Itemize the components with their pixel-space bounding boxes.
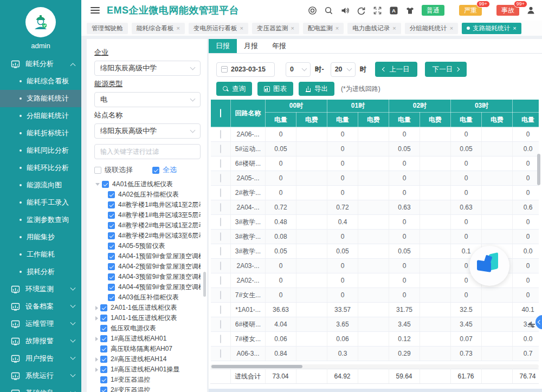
sidebar-subitem-0-11[interactable]: 损耗分析 <box>0 263 81 280</box>
tree-node-3[interactable]: 4#教学楼1#电井区域3至5层动力仪表 <box>94 210 201 220</box>
window-tab-1[interactable]: 能耗综合看板× <box>132 23 185 34</box>
sidebar-subitem-0-0[interactable]: 能耗综合看板 <box>0 73 81 90</box>
tree-node-11[interactable]: 4A03低压补偿柜仪表 <box>94 292 201 303</box>
row-checkbox[interactable] <box>220 203 221 212</box>
tree-caret-icon[interactable] <box>95 368 98 372</box>
tree-node-15[interactable]: 1#高压进线柜AH01 <box>94 334 201 344</box>
tree-caret-icon[interactable] <box>95 316 98 321</box>
sidebar-subitem-0-5[interactable]: 能耗环比分析 <box>0 159 81 177</box>
tree-checkbox[interactable] <box>108 212 115 219</box>
tree-node-14[interactable]: 低压双电源仪表 <box>94 323 201 334</box>
row-checkbox[interactable] <box>220 349 221 358</box>
tree-node-7[interactable]: 4A04-1预留9#食堂屋顶空调机组仪表 <box>94 251 201 262</box>
tree-node-6[interactable]: 4A05-5预留仪表 <box>94 241 201 251</box>
tree-node-2[interactable]: 4#教学楼1#电井区域1至2层动力仪表 <box>94 200 201 210</box>
row-checkbox[interactable] <box>220 262 221 270</box>
tree-caret-icon[interactable] <box>95 306 98 310</box>
tree-node-10[interactable]: 4A04-4预留9#食堂屋顶空调机组仪表 <box>94 282 201 292</box>
tree-checkbox[interactable] <box>100 366 107 373</box>
sidebar-subitem-0-8[interactable]: 监测参数查询 <box>0 211 81 228</box>
close-icon[interactable]: × <box>513 23 516 34</box>
close-icon[interactable]: × <box>240 23 243 34</box>
tree-node-19[interactable]: 1#变压器温控 <box>94 375 201 385</box>
hour-from-select[interactable]: 0 <box>286 62 311 77</box>
tree-node-13[interactable]: 1A01-1低压进线柜仪表 <box>94 313 201 323</box>
row-checkbox[interactable] <box>220 247 221 256</box>
tree-node-5[interactable]: 4#教学楼2#电井区域3至6层动力仪表 <box>94 231 201 241</box>
sidebar-item-1[interactable]: 环境监测 <box>0 280 81 298</box>
sidebar-subitem-0-4[interactable]: 能耗同比分析 <box>0 142 81 159</box>
close-icon[interactable]: × <box>450 23 453 34</box>
tree-node-20[interactable]: 2#变压器温控 <box>94 385 201 392</box>
tree-checkbox[interactable] <box>108 222 115 229</box>
tree-checkbox[interactable] <box>100 345 107 352</box>
tree-checkbox[interactable] <box>108 253 115 260</box>
tree-checkbox[interactable] <box>100 335 107 342</box>
row-checkbox[interactable] <box>220 159 221 168</box>
row-checkbox[interactable] <box>220 335 221 343</box>
tree-node-16[interactable]: 高压联络隔离柜AH07 <box>94 344 201 354</box>
tree-node-1[interactable]: 4A02低压补偿柜仪表 <box>94 190 201 200</box>
tree-node-0[interactable]: 4A01低压进线柜仪表 <box>94 179 201 190</box>
query-button[interactable]: 查询 <box>216 82 252 96</box>
sidebar-subitem-0-1[interactable]: 支路能耗统计 <box>0 90 81 107</box>
alarm-badge-accident[interactable]: 事故99+ <box>496 5 519 16</box>
sidebar-subitem-0-6[interactable]: 能源流向图 <box>0 177 81 194</box>
keyword-filter-input[interactable] <box>94 144 201 159</box>
window-tab-0[interactable]: 管理驾驶舱 <box>87 23 128 34</box>
tree-checkbox[interactable] <box>108 294 115 301</box>
tree-checkbox[interactable] <box>108 263 115 270</box>
close-icon[interactable]: × <box>392 23 396 34</box>
tree-node-9[interactable]: 4A04-3预留9#食堂屋顶空调机组仪表 <box>94 272 201 282</box>
row-checkbox[interactable] <box>220 305 221 314</box>
tree-checkbox[interactable] <box>100 387 107 392</box>
alarm-badge-normal[interactable]: 普通 <box>422 5 444 16</box>
volume-icon[interactable] <box>340 6 350 15</box>
tshirt-icon[interactable] <box>405 6 415 15</box>
cascade-checkbox[interactable] <box>94 167 101 174</box>
sidebar-subitem-0-9[interactable]: 用能集抄 <box>0 228 81 246</box>
tree-caret-icon[interactable] <box>95 183 100 186</box>
close-icon[interactable]: × <box>335 23 339 34</box>
tree-checkbox[interactable] <box>100 356 107 363</box>
sidebar-item-4[interactable]: 故障报警 <box>0 332 81 350</box>
tree-node-12[interactable]: 2A01-1低压进线柜仪表 <box>94 303 201 313</box>
close-icon[interactable]: × <box>291 23 294 34</box>
sidebar-item-5[interactable]: 用户报告 <box>0 350 81 367</box>
energy-type-select[interactable]: 电 <box>94 92 201 107</box>
search-icon[interactable] <box>324 6 333 15</box>
avatar[interactable] <box>25 7 56 37</box>
next-day-button[interactable]: 下一日 <box>425 62 467 77</box>
date-picker[interactable]: 2023-03-15 <box>216 62 275 77</box>
hour-to-select[interactable]: 20 <box>331 62 356 77</box>
header-checkbox[interactable] <box>220 109 221 117</box>
row-checkbox[interactable] <box>220 232 221 241</box>
alarm-badge-severe[interactable]: 严重99+ <box>459 5 482 16</box>
window-tab-5[interactable]: 电力曲线记录× <box>347 23 401 34</box>
sidebar-subitem-0-2[interactable]: 分组能耗统计 <box>0 107 81 125</box>
export-button[interactable]: 导出 <box>299 82 334 96</box>
refresh-icon[interactable] <box>357 6 366 15</box>
filter-scrollbar[interactable] <box>203 272 206 297</box>
tree-node-8[interactable]: 4A04-2预留9#食堂屋顶空调机组仪表 <box>94 262 201 272</box>
row-checkbox[interactable] <box>220 174 221 182</box>
chart-button[interactable]: 图表 <box>257 82 293 96</box>
report-tab-1[interactable]: 月报 <box>237 39 265 53</box>
tree-checkbox[interactable] <box>102 181 109 188</box>
tree-checkbox[interactable] <box>100 304 107 311</box>
row-checkbox[interactable] <box>220 145 221 153</box>
sidebar-subitem-0-3[interactable]: 能耗折标统计 <box>0 125 81 142</box>
report-tab-0[interactable]: 日报 <box>209 39 237 53</box>
collapse-menu-icon[interactable] <box>91 5 100 15</box>
column-adjust-icon[interactable] <box>528 322 535 329</box>
todesk-floating-logo[interactable] <box>469 246 509 286</box>
close-icon[interactable]: × <box>177 23 180 34</box>
horizontal-scrollbar[interactable] <box>210 364 539 369</box>
tree-checkbox[interactable] <box>108 232 115 239</box>
tree-checkbox[interactable] <box>108 191 115 198</box>
sidebar-item-0[interactable]: 能耗分析 <box>0 55 81 73</box>
tree-node-18[interactable]: 1#高压进线柜AH01操显 <box>94 364 201 375</box>
tree-checkbox[interactable] <box>100 376 107 383</box>
row-checkbox[interactable] <box>220 218 221 226</box>
window-tab-7[interactable]: 支路能耗统计× <box>462 23 521 34</box>
